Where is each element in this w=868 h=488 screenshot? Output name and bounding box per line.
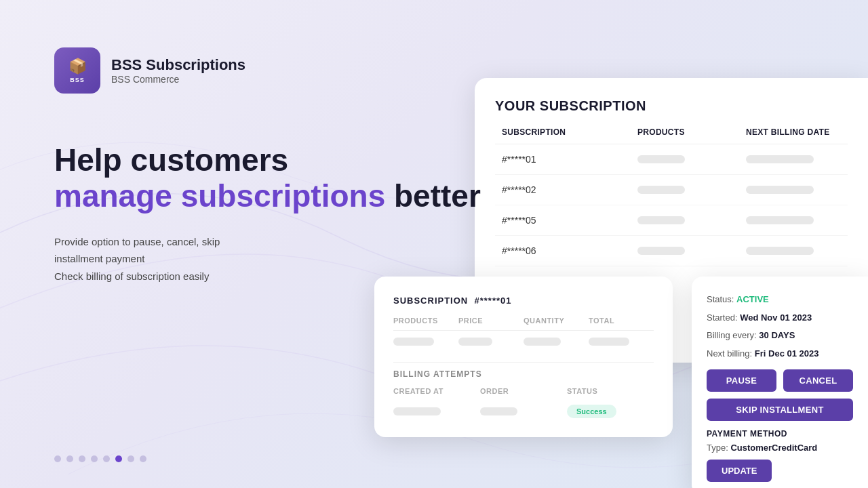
dot-1[interactable] xyxy=(54,455,61,462)
placeholder-products-3 xyxy=(637,216,685,224)
placeholder-products-4 xyxy=(637,247,685,255)
started-row: Started: Wed Nov 01 2023 xyxy=(707,311,853,325)
dot-8[interactable] xyxy=(140,455,146,462)
payment-type-row: Type: CustomerCreditCard xyxy=(707,443,853,453)
billing-col-status: STATUS xyxy=(567,387,654,395)
placeholder-products-1 xyxy=(637,155,685,163)
sub-id-4: #*****06 xyxy=(502,245,637,256)
update-button[interactable]: UPDATE xyxy=(707,460,772,482)
hero-desc-line2: installment payment xyxy=(54,253,144,264)
ph-order xyxy=(480,407,517,415)
billing-every-value: 30 DAYS xyxy=(759,330,795,340)
col-subscription: SUBSCRIPTION xyxy=(502,127,637,137)
table-header-row: SUBSCRIPTION PRODUCTS NEXT BILLING DATE … xyxy=(495,127,848,144)
dot-5[interactable] xyxy=(103,455,110,462)
status-label: Status: xyxy=(707,294,734,304)
detail-label: SUBSCRIPTION xyxy=(393,296,468,306)
next-billing-label: Next billing: xyxy=(707,348,752,359)
next-billing-value: Fri Dec 01 2023 xyxy=(755,348,819,359)
placeholder-billing-4 xyxy=(746,247,814,255)
logo-icon: 📦 xyxy=(68,58,87,75)
sub-id-1: #*****01 xyxy=(502,154,637,165)
hero-section: Help customers manage subscriptions bett… xyxy=(54,142,481,285)
logo-text: BSS Subscriptions BSS Commerce xyxy=(111,56,245,85)
brand-name: BSS Subscriptions xyxy=(111,56,245,74)
hero-line2-purple: manage subscriptions xyxy=(54,178,385,214)
ph-product xyxy=(393,338,434,346)
logo-label-text: BSS xyxy=(70,77,85,83)
detail-col-products: PRODUCTS xyxy=(393,317,458,325)
billing-table-header: CREATED AT ORDER STATUS xyxy=(393,387,654,401)
logo-box: 📦 BSS xyxy=(54,47,100,94)
hero-desc-line3: Check billing of subscription easily xyxy=(54,270,209,282)
detail-col-total: TOTAL xyxy=(589,317,654,325)
detail-card-title: SUBSCRIPTION #*****01 xyxy=(393,296,654,306)
dot-7[interactable] xyxy=(127,455,134,462)
dot-3[interactable] xyxy=(79,455,85,462)
table-row[interactable]: #*****05 PAUSE xyxy=(495,205,848,236)
billing-success-badge: Success xyxy=(567,405,616,418)
payment-method-title: PAYMENT METHOD xyxy=(707,429,853,439)
pause-button[interactable]: PAUSE xyxy=(707,369,776,392)
billing-section-title: BILLING ATTEMPTS xyxy=(393,369,654,379)
action-buttons: PAUSE CANCEL xyxy=(707,369,853,392)
hero-heading: Help customers manage subscriptions bett… xyxy=(54,142,481,214)
detail-table-header: PRODUCTS PRICE QUANTITY TOTAL xyxy=(393,317,654,331)
billing-col-created: CREATED AT xyxy=(393,387,480,395)
ph-qty xyxy=(524,338,561,346)
brand-subtitle: BSS Commerce xyxy=(111,74,245,85)
detail-col-quantity: QUANTITY xyxy=(524,317,589,325)
table-title: YOUR SUBSCRIPTION xyxy=(495,98,848,114)
placeholder-products-2 xyxy=(637,186,685,194)
billing-every-row: Billing every: 30 DAYS xyxy=(707,329,853,342)
hero-line1: Help customers xyxy=(54,142,288,178)
dot-2[interactable] xyxy=(66,455,73,462)
side-panel: Status: ACTIVE Started: Wed Nov 01 2023 … xyxy=(692,277,868,488)
payment-type-value: CustomerCreditCard xyxy=(730,443,817,453)
started-value: Wed Nov 01 2023 xyxy=(740,312,812,323)
ph-price xyxy=(458,338,492,346)
detail-card: SUBSCRIPTION #*****01 PRODUCTS PRICE QUA… xyxy=(374,277,673,437)
next-billing-row: Next billing: Fri Dec 01 2023 xyxy=(707,347,853,361)
billing-every-label: Billing every: xyxy=(707,330,757,340)
ph-total xyxy=(589,338,629,346)
detail-col-price: PRICE xyxy=(458,317,524,325)
billing-section: BILLING ATTEMPTS CREATED AT ORDER STATUS… xyxy=(393,362,654,422)
header: 📦 BSS BSS Subscriptions BSS Commerce xyxy=(54,47,245,94)
sub-id-2: #*****02 xyxy=(502,184,637,195)
ph-created xyxy=(393,407,441,415)
billing-col-order: ORDER xyxy=(480,387,567,395)
table-row[interactable]: #*****02 CANCELLED xyxy=(495,175,848,205)
placeholder-billing-1 xyxy=(746,155,814,163)
hero-line2-normal: better xyxy=(385,178,481,214)
table-row[interactable]: #*****01 ACTIVE xyxy=(495,144,848,175)
hero-desc-line1: Provide option to pause, cancel, skip xyxy=(54,236,220,247)
status-row: Status: ACTIVE xyxy=(707,293,853,306)
placeholder-billing-2 xyxy=(746,186,814,194)
table-row[interactable]: #*****06 ACTIVE xyxy=(495,236,848,266)
col-next-billing: NEXT BILLING DATE xyxy=(746,127,868,137)
dot-6[interactable] xyxy=(115,455,122,462)
placeholder-billing-3 xyxy=(746,216,814,224)
billing-table-row: Success xyxy=(393,401,654,422)
started-label: Started: xyxy=(707,312,738,323)
pagination-dots xyxy=(54,455,146,462)
payment-type-label: Type: xyxy=(707,443,728,453)
skip-installment-button[interactable]: SKIP INSTALLMENT xyxy=(707,399,853,421)
dot-4[interactable] xyxy=(91,455,98,462)
detail-id: #*****01 xyxy=(474,296,511,306)
detail-table-row xyxy=(393,331,654,352)
cancel-button[interactable]: CANCEL xyxy=(783,369,853,392)
col-products: PRODUCTS xyxy=(637,127,746,137)
status-value: ACTIVE xyxy=(736,294,769,304)
sub-id-3: #*****05 xyxy=(502,215,637,226)
